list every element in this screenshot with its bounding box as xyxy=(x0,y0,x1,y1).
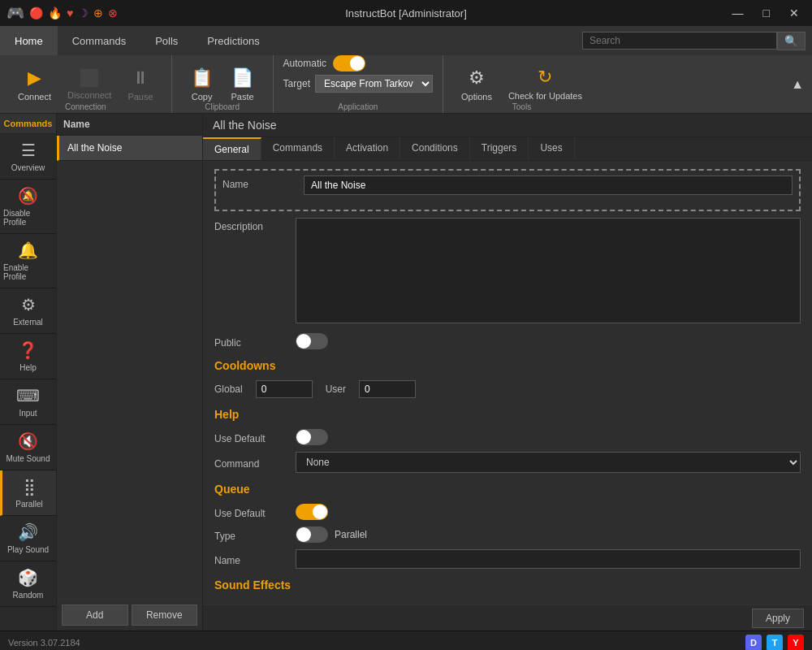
command-row: Command None xyxy=(214,452,801,473)
description-input[interactable] xyxy=(296,218,801,323)
paste-button[interactable]: 📄 Paste xyxy=(222,64,263,105)
copy-button[interactable]: 📋 Copy xyxy=(182,64,222,105)
icon4: ☽ xyxy=(78,6,89,20)
sidebar-label-enable-profile: Enable Profile xyxy=(3,263,53,281)
sidebar-item-disable-profile[interactable]: 🔕 Disable Profile xyxy=(0,180,56,234)
titlebar-icons: 🎮 🔴 🔥 ♥ ☽ ⊕ ⊗ xyxy=(6,4,118,22)
main-layout: Commands ☰ Overview 🔕 Disable Profile 🔔 … xyxy=(0,114,812,630)
random-icon: 🎲 xyxy=(18,568,38,587)
enable-profile-icon: 🔔 xyxy=(18,240,38,260)
type-toggle[interactable] xyxy=(296,526,328,543)
queue-use-default-toggle[interactable] xyxy=(296,504,328,520)
search-area: 🔍 xyxy=(576,26,812,55)
paste-icon: 📄 xyxy=(231,67,253,89)
automatic-toggle[interactable] xyxy=(333,55,365,72)
search-button[interactable]: 🔍 xyxy=(777,32,806,50)
application-group: Automatic Target Escape From Tarkov Appl… xyxy=(274,55,443,113)
clipboard-label: Clipboard xyxy=(172,102,273,111)
tab-triggers[interactable]: Triggers xyxy=(470,137,529,160)
command-list: Name All the Noise Add Remove xyxy=(57,114,203,630)
help-title: Help xyxy=(214,408,801,421)
sidebar-item-parallel[interactable]: ⣿ Parallel xyxy=(0,470,56,516)
cmdlist-actions: Add Remove xyxy=(57,599,202,630)
help-icon: ❓ xyxy=(18,340,38,360)
check-updates-button[interactable]: ↻ Check for Updates xyxy=(500,63,590,105)
nav-tab-predictions[interactable]: Predictions xyxy=(192,26,274,55)
auto-row: Automatic xyxy=(283,55,365,72)
discord-icon[interactable]: D xyxy=(745,635,762,651)
options-icon: ⚙ xyxy=(469,67,485,89)
play-sound-icon: 🔊 xyxy=(18,522,38,542)
apply-button[interactable]: Apply xyxy=(752,609,804,628)
use-default-toggle[interactable] xyxy=(296,429,328,445)
icon6: ⊗ xyxy=(108,6,118,20)
queue-use-default-label: Use Default xyxy=(214,505,296,519)
disable-profile-icon: 🔕 xyxy=(18,186,38,206)
sidebar-label-disable-profile: Disable Profile xyxy=(3,209,53,227)
apply-bar: Apply xyxy=(203,604,812,630)
sidebar-item-external[interactable]: ⚙ External xyxy=(0,288,56,334)
close-button[interactable]: ✕ xyxy=(783,5,806,21)
window-controls: — □ ✕ xyxy=(726,5,806,21)
name-row: Name xyxy=(222,176,793,195)
collapse-button[interactable]: ▲ xyxy=(783,74,812,95)
nav-tab-polls[interactable]: Polls xyxy=(140,26,192,55)
sidebar-item-help[interactable]: ❓ Help xyxy=(0,334,56,379)
tab-bar: General Commands Activation Conditions T… xyxy=(203,137,812,161)
sidebar-label-mute-sound: Mute Sound xyxy=(6,454,50,463)
application-label: Application xyxy=(274,102,443,111)
sidebar-item-play-sound[interactable]: 🔊 Play Sound xyxy=(0,516,56,561)
options-button[interactable]: ⚙ Options xyxy=(453,64,500,105)
sidebar-item-random[interactable]: 🎲 Random xyxy=(0,561,56,607)
queue-type-row: Type Parallel xyxy=(214,526,801,543)
nav-tab-home[interactable]: Home xyxy=(0,26,58,55)
user-label: User xyxy=(326,384,346,395)
tab-general[interactable]: General xyxy=(203,137,261,160)
sidebar-label-input: Input xyxy=(19,409,37,418)
twitter-icon[interactable]: T xyxy=(767,635,783,651)
minimize-button[interactable]: — xyxy=(726,5,750,21)
tab-uses[interactable]: Uses xyxy=(529,137,574,160)
name-section: Name xyxy=(214,169,801,211)
name-input[interactable] xyxy=(304,176,793,195)
tab-conditions[interactable]: Conditions xyxy=(400,137,470,160)
tab-commands[interactable]: Commands xyxy=(261,137,335,160)
sidebar-label-parallel: Parallel xyxy=(15,500,42,509)
navbar: Home Commands Polls Predictions 🔍 xyxy=(0,26,812,55)
app-title: InstructBot [Administrator] xyxy=(345,7,467,20)
remove-command-button[interactable]: Remove xyxy=(132,604,198,626)
public-toggle[interactable] xyxy=(296,333,328,349)
connection-group: ▶ Connect Disconnect ⏸ Pause Connection xyxy=(0,55,172,113)
user-input[interactable] xyxy=(359,380,416,398)
queue-name-input[interactable] xyxy=(296,549,801,569)
tab-activation[interactable]: Activation xyxy=(335,137,400,160)
sidebar: Commands ☰ Overview 🔕 Disable Profile 🔔 … xyxy=(0,114,57,630)
toggle-knob xyxy=(350,56,365,71)
sidebar-header: Commands xyxy=(0,114,56,134)
public-row: Public xyxy=(214,333,801,349)
youtube-icon[interactable]: Y xyxy=(788,635,804,651)
target-select[interactable]: Escape From Tarkov xyxy=(315,75,433,93)
global-input[interactable] xyxy=(256,380,313,398)
refresh-icon: ↻ xyxy=(538,67,552,88)
search-input[interactable] xyxy=(582,32,777,50)
cmd-item-all-the-noise[interactable]: All the Noise xyxy=(57,136,202,161)
connect-icon: ▶ xyxy=(28,67,41,89)
nav-tab-commands[interactable]: Commands xyxy=(58,26,140,55)
description-label: Description xyxy=(214,218,296,232)
sidebar-item-enable-profile[interactable]: 🔔 Enable Profile xyxy=(0,234,56,288)
sidebar-item-mute-sound[interactable]: 🔇 Mute Sound xyxy=(0,425,56,470)
maximize-button[interactable]: □ xyxy=(757,5,776,21)
command-select[interactable]: None xyxy=(296,452,801,473)
sidebar-item-overview[interactable]: ☰ Overview xyxy=(0,134,56,180)
queue-use-default-knob xyxy=(313,505,327,519)
cmdlist-spacer xyxy=(57,161,202,599)
sidebar-item-input[interactable]: ⌨ Input xyxy=(0,379,56,425)
target-row: Target Escape From Tarkov xyxy=(283,75,433,93)
bottom-right: D T Y xyxy=(745,635,804,651)
connect-button[interactable]: ▶ Connect xyxy=(10,64,59,105)
add-command-button[interactable]: Add xyxy=(62,604,128,626)
use-default-label: Use Default xyxy=(214,430,296,444)
sidebar-label-random: Random xyxy=(13,591,44,600)
logo-icon: 🎮 xyxy=(6,4,24,22)
